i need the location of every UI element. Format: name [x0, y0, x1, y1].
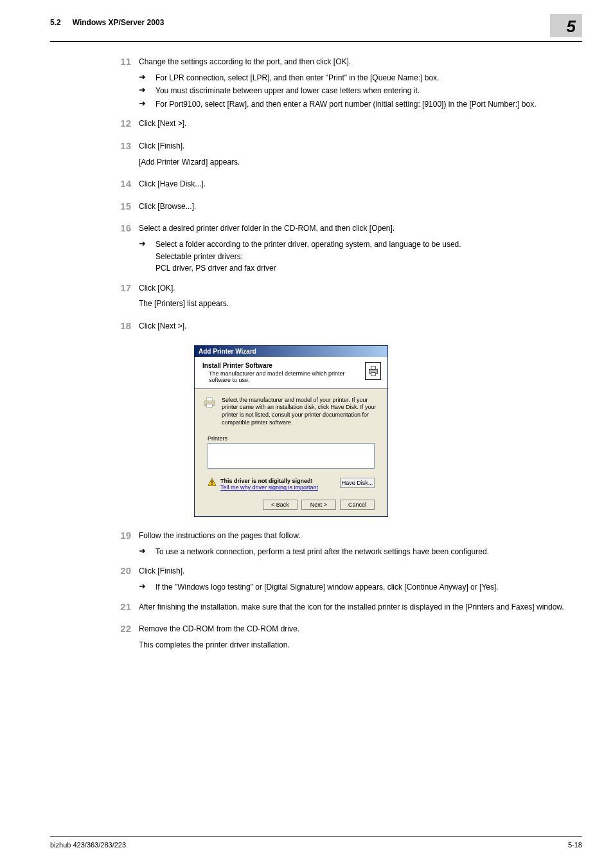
- sub-text: To use a network connection, perform a t…: [155, 546, 582, 558]
- step-22: 22 Remove the CD-ROM from the CD-ROM dri…: [109, 623, 582, 655]
- step-extra: [Add Printer Wizard] appears.: [139, 156, 582, 168]
- step-11: 11 Change the settings according to the …: [109, 56, 582, 111]
- sign-warning-text: This driver is not digitally signed!: [220, 478, 318, 484]
- sign-info-link[interactable]: Tell me why driver signing is important: [220, 484, 318, 491]
- warning-icon: [208, 478, 217, 487]
- driver-sign-row: This driver is not digitally signed! Tel…: [208, 478, 375, 491]
- step-text: Select a desired printer driver folder i…: [139, 222, 582, 235]
- step-text: Click [Next >].: [139, 118, 582, 130]
- step-16: 16 Select a desired printer driver folde…: [109, 222, 582, 275]
- svg-rect-5: [207, 404, 213, 407]
- sub-text: Select a folder according to the printer…: [155, 239, 582, 275]
- wizard-window: Add Printer Wizard Install Printer Softw…: [194, 345, 388, 518]
- footer: bizhub 423/363/283/223 5-18: [50, 836, 582, 849]
- svg-rect-7: [211, 484, 212, 485]
- step-15: 15 Click [Browse...].: [109, 201, 582, 217]
- next-button[interactable]: Next >: [301, 500, 336, 510]
- svg-rect-1: [371, 366, 375, 369]
- back-button[interactable]: < Back: [263, 500, 298, 510]
- step-number: 11: [109, 56, 131, 67]
- step-number: 19: [109, 530, 131, 541]
- step-number: 13: [109, 140, 131, 151]
- step-13: 13 Click [Finish]. [Add Printer Wizard] …: [109, 140, 582, 172]
- section-number: 5.2: [50, 18, 61, 27]
- step-number: 15: [109, 201, 131, 212]
- content: 11 Change the settings according to the …: [0, 42, 613, 655]
- sub-item: For Port9100, select [Raw], and then ent…: [139, 98, 582, 111]
- step-18: 18 Click [Next >].: [109, 320, 582, 336]
- wizard-title-bar: Add Printer Wizard: [195, 346, 387, 357]
- printers-list[interactable]: [208, 443, 375, 469]
- printers-label: Printers: [208, 435, 380, 442]
- wizard-head-title: Install Printer Software: [202, 362, 365, 369]
- wizard-head-sub: The manufacturer and model determine whi…: [209, 370, 365, 383]
- wizard-header: Install Printer Software The manufacture…: [195, 357, 387, 389]
- footer-page: 5-18: [568, 841, 582, 849]
- step-19: 19 Follow the instructions on the pages …: [109, 530, 582, 559]
- sub-item: You must discriminate between upper and …: [139, 85, 582, 97]
- section-title: Windows XP/Server 2003: [73, 18, 164, 27]
- step-text: Click [Browse...].: [139, 201, 582, 213]
- sub-item: Select a folder according to the printer…: [139, 239, 582, 275]
- figure-add-printer-wizard: Add Printer Wizard Install Printer Softw…: [0, 345, 582, 518]
- printer-badge-icon: [365, 362, 381, 380]
- step-20: 20 Click [Finish]. If the "Windows logo …: [109, 565, 582, 594]
- step-extra: The [Printers] list appears.: [139, 298, 582, 310]
- step-14: 14 Click [Have Disk...].: [109, 178, 582, 194]
- arrow-icon: [139, 239, 155, 250]
- sub-text: You must discriminate between upper and …: [155, 85, 582, 97]
- step-text: Change the settings according to the por…: [139, 56, 582, 68]
- step-number: 17: [109, 282, 131, 293]
- arrow-icon: [139, 72, 155, 84]
- step-21: 21 After finishing the installation, mak…: [109, 601, 582, 617]
- footer-model: bizhub 423/363/283/223: [50, 841, 126, 849]
- arrow-icon: [139, 546, 155, 557]
- step-text: Click [Have Disk...].: [139, 178, 582, 190]
- step-text: After finishing the installation, make s…: [139, 601, 582, 613]
- sub-item: To use a network connection, perform a t…: [139, 546, 582, 558]
- step-number: 16: [109, 222, 131, 233]
- step-text: Click [Finish].: [139, 140, 582, 152]
- header-left: 5.2 Windows XP/Server 2003: [50, 18, 164, 27]
- printer-icon: [202, 397, 217, 408]
- arrow-icon: [139, 85, 155, 96]
- svg-rect-6: [211, 481, 212, 484]
- step-12: 12 Click [Next >].: [109, 118, 582, 134]
- step-text: Click [OK].: [139, 282, 582, 294]
- step-number: 22: [109, 623, 131, 634]
- step-text: Remove the CD-ROM from the CD-ROM drive.: [139, 623, 582, 635]
- sub-item: For LPR connection, select [LPR], and th…: [139, 72, 582, 84]
- chapter-box: 5: [550, 14, 582, 37]
- cancel-button[interactable]: Cancel: [340, 500, 375, 510]
- arrow-icon: [139, 581, 155, 593]
- step-17: 17 Click [OK]. The [Printers] list appea…: [109, 282, 582, 314]
- chapter-number: 5: [567, 17, 576, 37]
- step-number: 14: [109, 178, 131, 189]
- sub-text: If the "Windows logo testing" or [Digita…: [155, 581, 582, 593]
- step-extra: This completes the printer driver instal…: [139, 639, 582, 651]
- sub-item: If the "Windows logo testing" or [Digita…: [139, 581, 582, 593]
- header-right: 5: [550, 18, 582, 37]
- step-number: 20: [109, 565, 131, 576]
- step-number: 21: [109, 601, 131, 612]
- have-disk-button[interactable]: Have Disk...: [340, 478, 375, 488]
- sub-text: For LPR connection, select [LPR], and th…: [155, 72, 582, 84]
- wizard-info: Select the manufacturer and model of you…: [202, 397, 380, 427]
- step-text: Click [Finish].: [139, 565, 582, 577]
- sub-text: For Port9100, select [Raw], and then ent…: [155, 98, 582, 111]
- step-number: 12: [109, 118, 131, 129]
- step-text: Click [Next >].: [139, 320, 582, 332]
- arrow-icon: [139, 98, 155, 110]
- step-text: Follow the instructions on the pages tha…: [139, 530, 582, 542]
- wizard-info-text: Select the manufacturer and model of you…: [222, 397, 380, 427]
- svg-rect-2: [371, 372, 375, 375]
- step-number: 18: [109, 320, 131, 331]
- svg-rect-4: [207, 397, 213, 401]
